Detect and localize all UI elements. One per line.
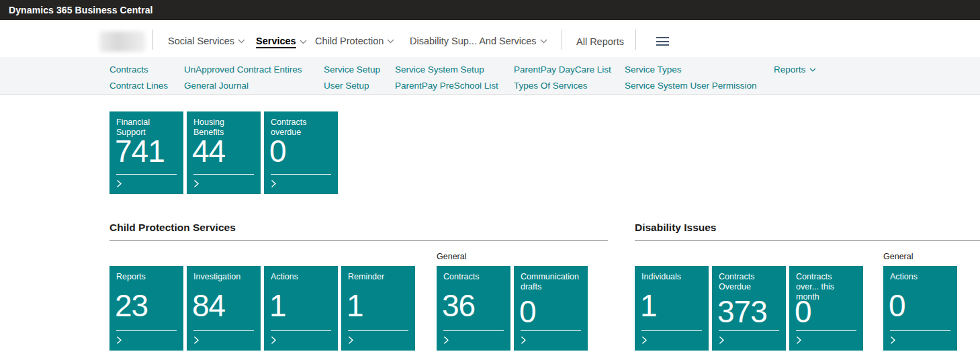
tile-value: 1 — [640, 288, 657, 324]
tile-area: General Reports 23 Investigation 84 Acti… — [109, 252, 608, 351]
subnav-reports-label: Reports — [774, 62, 805, 78]
chevron-down-icon — [387, 39, 394, 44]
tile-label: Individuals — [641, 272, 681, 282]
chevron-right-icon — [719, 336, 725, 345]
subnav-column: Service Setup User Setup — [324, 62, 380, 94]
nav-divider — [152, 30, 153, 50]
section-rule — [635, 240, 980, 241]
tile-housing-benefits[interactable]: Housing Benefits 44 — [187, 111, 261, 194]
subnav-link-service-system-user-permission[interactable]: Service System User Permission — [625, 78, 757, 94]
tile-divider — [271, 330, 331, 331]
chevron-right-icon — [271, 336, 277, 345]
chevron-right-icon — [193, 336, 199, 345]
tile-divider — [719, 330, 779, 331]
chevron-down-icon — [300, 40, 307, 44]
tile-divider — [443, 330, 504, 331]
tile-divider — [116, 330, 177, 331]
subnav-link-service-types[interactable]: Service Types — [625, 62, 757, 78]
nav-menu-child-protection[interactable]: Child Protection — [315, 36, 394, 47]
tile-label: Investigation — [193, 272, 240, 282]
subnav-link-user-setup[interactable]: User Setup — [324, 78, 380, 94]
subnav-column: Service Types Service System User Permis… — [625, 62, 757, 94]
subnav-link-parentpay-preschool-list[interactable]: ParentPay PreSchool List — [395, 78, 498, 94]
subnav-dropdown-reports[interactable]: Reports — [774, 62, 816, 78]
app-window: Dynamics 365 Business Central Social Ser… — [0, 0, 980, 364]
tile-reminder[interactable]: Reminder 1 — [341, 266, 415, 351]
general-group-label: General — [437, 252, 466, 261]
section-rule — [109, 240, 608, 241]
subnav-column: Contracts Contract Lines — [109, 62, 168, 94]
kpi-tile-row: Financial Support 741 Housing Benefits 4… — [109, 111, 338, 194]
chevron-right-icon — [796, 336, 802, 345]
company-name-blurred[interactable] — [99, 32, 145, 52]
tile-divider — [116, 174, 177, 175]
subnav-link-parentpay-daycare-list[interactable]: ParentPay DayCare List — [514, 62, 611, 78]
tile-label: Actions — [890, 272, 918, 282]
tile-value: 0 — [889, 288, 905, 324]
general-tile-row: Actions 0 — [883, 266, 957, 351]
nav-divider — [635, 30, 636, 50]
nav-menu-label: Social Services — [168, 36, 234, 47]
chevron-right-icon — [443, 336, 449, 345]
chevron-down-icon — [809, 68, 816, 72]
tile-value: 1 — [347, 288, 363, 324]
tile-contracts-over-this-month[interactable]: Contracts over... this month 0 — [789, 266, 863, 351]
tile-value: 741 — [115, 134, 165, 169]
tile-value: 23 — [115, 288, 148, 324]
tile-label: Contracts — [443, 272, 480, 282]
tile-divider — [193, 330, 254, 331]
nav-menu-disability-support[interactable]: Disability Sup... And Services — [410, 36, 547, 47]
tile-label: Reminder — [348, 272, 384, 282]
app-title: Dynamics 365 Business Central — [9, 5, 153, 15]
hamburger-menu-icon[interactable] — [656, 37, 669, 46]
tile-general-contracts[interactable]: Contracts 36 — [437, 266, 510, 351]
chevron-down-icon — [540, 39, 547, 44]
tile-contracts-overdue-disability[interactable]: Contracts Overdue 373 — [712, 266, 786, 351]
tile-financial-support[interactable]: Financial Support 741 — [109, 111, 183, 194]
nav-all-reports[interactable]: All Reports — [576, 36, 624, 47]
subnav-link-unapproved-contract-entires[interactable]: UnApproved Contract Entires — [184, 62, 302, 78]
subnav-column: UnApproved Contract Entires General Jour… — [184, 62, 302, 94]
subnav-column: Service System Setup ParentPay PreSchool… — [395, 62, 498, 94]
chevron-right-icon — [271, 179, 277, 188]
tile-label: Contracts Overdue — [719, 272, 779, 292]
subnav-link-contract-lines[interactable]: Contract Lines — [109, 78, 168, 94]
chevron-down-icon — [238, 39, 245, 44]
section-disability-issues: Disability Issues General Individuals 1 … — [635, 221, 980, 351]
subnav-link-types-of-services[interactable]: Types Of Services — [514, 78, 611, 94]
chevron-right-icon — [348, 336, 354, 345]
tile-investigation[interactable]: Investigation 84 — [187, 266, 261, 351]
tile-label: Actions — [271, 272, 298, 282]
tile-divider — [271, 174, 331, 175]
tile-individuals[interactable]: Individuals 1 — [635, 266, 709, 351]
subnav-link-service-system-setup[interactable]: Service System Setup — [395, 62, 498, 78]
tile-value: 373 — [717, 294, 767, 330]
tile-area: General Individuals 1 Contracts Overdue … — [635, 252, 980, 351]
section-title: Disability Issues — [635, 221, 980, 234]
section-title: Child Protection Services — [109, 221, 608, 234]
subnav-link-contracts[interactable]: Contracts — [109, 62, 168, 78]
tile-divider — [348, 330, 408, 331]
nav-menu-social-services[interactable]: Social Services — [168, 36, 245, 47]
subnav-link-service-setup[interactable]: Service Setup — [324, 62, 380, 78]
tile-divider — [641, 330, 702, 331]
subnav-link-general-journal[interactable]: General Journal — [184, 78, 302, 94]
tile-label: Communication drafts — [521, 272, 581, 292]
tile-reports[interactable]: Reports 23 — [109, 266, 183, 351]
subnav-band: Contracts Contract Lines UnApproved Cont… — [0, 57, 980, 95]
chevron-right-icon — [116, 179, 122, 188]
tile-value: 0 — [269, 134, 286, 169]
nav-menu-services[interactable]: Services — [256, 36, 307, 48]
tile-divider — [796, 330, 856, 331]
nav-menu-label: Disability Sup... And Services — [410, 36, 537, 47]
chevron-right-icon — [521, 336, 527, 345]
tile-divider — [890, 330, 950, 331]
nav-divider — [562, 30, 562, 50]
tile-value: 1 — [269, 288, 286, 324]
tile-actions[interactable]: Actions 1 — [264, 266, 338, 351]
tile-communication-drafts[interactable]: Communication drafts 0 — [514, 266, 588, 351]
tile-contracts-overdue[interactable]: Contracts overdue 0 — [264, 111, 338, 194]
tile-value: 44 — [192, 134, 225, 169]
general-group-label: General — [883, 252, 913, 261]
tile-general-actions[interactable]: Actions 0 — [883, 266, 957, 351]
